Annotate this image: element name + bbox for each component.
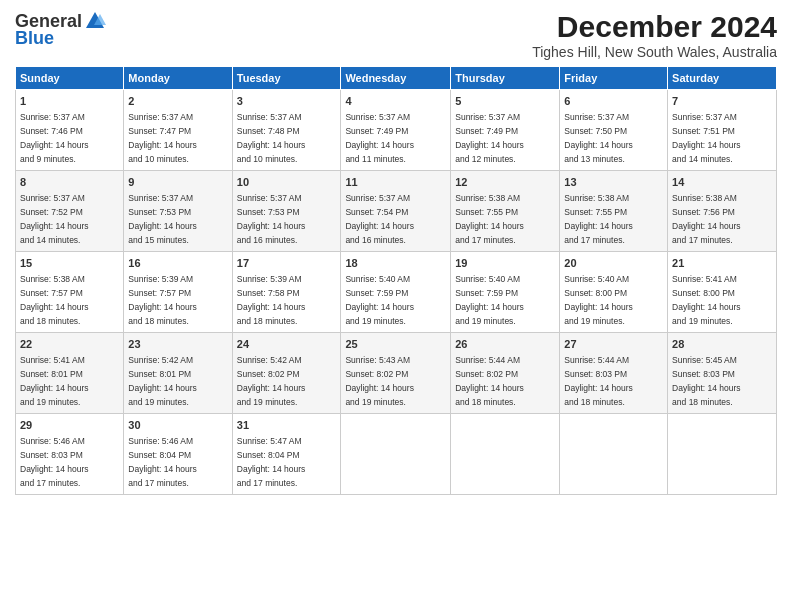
calendar-day-cell: 24Sunrise: 5:42 AMSunset: 8:02 PMDayligh… [232,332,341,413]
day-number: 9 [128,175,227,190]
calendar-day-header: Wednesday [341,67,451,90]
calendar-day-cell: 19Sunrise: 5:40 AMSunset: 7:59 PMDayligh… [451,251,560,332]
day-number: 12 [455,175,555,190]
calendar-day-header: Tuesday [232,67,341,90]
calendar-day-cell [560,413,668,494]
calendar-week-row: 29Sunrise: 5:46 AMSunset: 8:03 PMDayligh… [16,413,777,494]
calendar-day-cell: 23Sunrise: 5:42 AMSunset: 8:01 PMDayligh… [124,332,232,413]
main-title: December 2024 [532,10,777,44]
calendar-day-cell: 30Sunrise: 5:46 AMSunset: 8:04 PMDayligh… [124,413,232,494]
calendar-week-row: 1Sunrise: 5:37 AMSunset: 7:46 PMDaylight… [16,90,777,171]
day-number: 27 [564,337,663,352]
calendar-day-cell: 1Sunrise: 5:37 AMSunset: 7:46 PMDaylight… [16,90,124,171]
subtitle: Tighes Hill, New South Wales, Australia [532,44,777,60]
day-info: Sunrise: 5:37 AMSunset: 7:52 PMDaylight:… [20,193,89,245]
calendar-day-cell [668,413,777,494]
calendar-day-cell: 20Sunrise: 5:40 AMSunset: 8:00 PMDayligh… [560,251,668,332]
calendar-day-cell: 31Sunrise: 5:47 AMSunset: 8:04 PMDayligh… [232,413,341,494]
day-info: Sunrise: 5:41 AMSunset: 8:01 PMDaylight:… [20,355,89,407]
day-info: Sunrise: 5:40 AMSunset: 8:00 PMDaylight:… [564,274,633,326]
calendar-day-header: Friday [560,67,668,90]
calendar-day-cell: 11Sunrise: 5:37 AMSunset: 7:54 PMDayligh… [341,170,451,251]
day-info: Sunrise: 5:38 AMSunset: 7:55 PMDaylight:… [564,193,633,245]
calendar-day-cell [451,413,560,494]
calendar-day-cell: 7Sunrise: 5:37 AMSunset: 7:51 PMDaylight… [668,90,777,171]
day-number: 16 [128,256,227,271]
calendar-day-cell: 5Sunrise: 5:37 AMSunset: 7:49 PMDaylight… [451,90,560,171]
title-block: December 2024 Tighes Hill, New South Wal… [532,10,777,60]
day-info: Sunrise: 5:37 AMSunset: 7:50 PMDaylight:… [564,112,633,164]
day-number: 24 [237,337,337,352]
calendar-day-cell: 12Sunrise: 5:38 AMSunset: 7:55 PMDayligh… [451,170,560,251]
day-info: Sunrise: 5:37 AMSunset: 7:54 PMDaylight:… [345,193,414,245]
calendar-day-cell: 14Sunrise: 5:38 AMSunset: 7:56 PMDayligh… [668,170,777,251]
calendar-day-cell: 13Sunrise: 5:38 AMSunset: 7:55 PMDayligh… [560,170,668,251]
day-number: 15 [20,256,119,271]
calendar-day-cell: 17Sunrise: 5:39 AMSunset: 7:58 PMDayligh… [232,251,341,332]
day-info: Sunrise: 5:39 AMSunset: 7:57 PMDaylight:… [128,274,197,326]
day-number: 19 [455,256,555,271]
day-info: Sunrise: 5:39 AMSunset: 7:58 PMDaylight:… [237,274,306,326]
day-number: 4 [345,94,446,109]
day-number: 22 [20,337,119,352]
day-number: 17 [237,256,337,271]
day-info: Sunrise: 5:37 AMSunset: 7:49 PMDaylight:… [345,112,414,164]
day-number: 6 [564,94,663,109]
calendar-week-row: 8Sunrise: 5:37 AMSunset: 7:52 PMDaylight… [16,170,777,251]
day-info: Sunrise: 5:40 AMSunset: 7:59 PMDaylight:… [345,274,414,326]
day-number: 1 [20,94,119,109]
day-info: Sunrise: 5:45 AMSunset: 8:03 PMDaylight:… [672,355,741,407]
calendar-day-cell: 8Sunrise: 5:37 AMSunset: 7:52 PMDaylight… [16,170,124,251]
calendar-day-cell: 2Sunrise: 5:37 AMSunset: 7:47 PMDaylight… [124,90,232,171]
calendar-day-cell: 22Sunrise: 5:41 AMSunset: 8:01 PMDayligh… [16,332,124,413]
day-info: Sunrise: 5:47 AMSunset: 8:04 PMDaylight:… [237,436,306,488]
day-number: 2 [128,94,227,109]
day-number: 29 [20,418,119,433]
day-info: Sunrise: 5:37 AMSunset: 7:53 PMDaylight:… [128,193,197,245]
day-info: Sunrise: 5:40 AMSunset: 7:59 PMDaylight:… [455,274,524,326]
day-number: 10 [237,175,337,190]
day-number: 8 [20,175,119,190]
calendar-week-row: 15Sunrise: 5:38 AMSunset: 7:57 PMDayligh… [16,251,777,332]
calendar-day-cell: 16Sunrise: 5:39 AMSunset: 7:57 PMDayligh… [124,251,232,332]
day-info: Sunrise: 5:37 AMSunset: 7:47 PMDaylight:… [128,112,197,164]
day-info: Sunrise: 5:44 AMSunset: 8:03 PMDaylight:… [564,355,633,407]
day-info: Sunrise: 5:44 AMSunset: 8:02 PMDaylight:… [455,355,524,407]
day-number: 14 [672,175,772,190]
day-number: 5 [455,94,555,109]
calendar-day-cell: 28Sunrise: 5:45 AMSunset: 8:03 PMDayligh… [668,332,777,413]
day-number: 25 [345,337,446,352]
calendar-day-cell: 15Sunrise: 5:38 AMSunset: 7:57 PMDayligh… [16,251,124,332]
calendar-day-cell: 25Sunrise: 5:43 AMSunset: 8:02 PMDayligh… [341,332,451,413]
calendar-day-cell: 26Sunrise: 5:44 AMSunset: 8:02 PMDayligh… [451,332,560,413]
day-number: 18 [345,256,446,271]
page: General Blue December 2024 Tighes Hill, … [0,0,792,612]
day-info: Sunrise: 5:38 AMSunset: 7:57 PMDaylight:… [20,274,89,326]
calendar-day-cell: 6Sunrise: 5:37 AMSunset: 7:50 PMDaylight… [560,90,668,171]
logo-blue: Blue [15,28,54,49]
calendar-day-header: Sunday [16,67,124,90]
day-info: Sunrise: 5:37 AMSunset: 7:49 PMDaylight:… [455,112,524,164]
calendar-day-cell: 21Sunrise: 5:41 AMSunset: 8:00 PMDayligh… [668,251,777,332]
day-number: 28 [672,337,772,352]
day-info: Sunrise: 5:43 AMSunset: 8:02 PMDaylight:… [345,355,414,407]
day-info: Sunrise: 5:42 AMSunset: 8:01 PMDaylight:… [128,355,197,407]
day-info: Sunrise: 5:37 AMSunset: 7:48 PMDaylight:… [237,112,306,164]
calendar-day-header: Monday [124,67,232,90]
calendar-day-cell [341,413,451,494]
logo-icon [84,10,106,32]
calendar-day-cell: 3Sunrise: 5:37 AMSunset: 7:48 PMDaylight… [232,90,341,171]
day-number: 30 [128,418,227,433]
day-number: 26 [455,337,555,352]
calendar-day-cell: 10Sunrise: 5:37 AMSunset: 7:53 PMDayligh… [232,170,341,251]
day-info: Sunrise: 5:38 AMSunset: 7:56 PMDaylight:… [672,193,741,245]
day-info: Sunrise: 5:37 AMSunset: 7:51 PMDaylight:… [672,112,741,164]
day-number: 7 [672,94,772,109]
calendar-day-cell: 27Sunrise: 5:44 AMSunset: 8:03 PMDayligh… [560,332,668,413]
day-info: Sunrise: 5:46 AMSunset: 8:04 PMDaylight:… [128,436,197,488]
calendar: SundayMondayTuesdayWednesdayThursdayFrid… [15,66,777,495]
day-number: 11 [345,175,446,190]
calendar-day-header: Saturday [668,67,777,90]
calendar-header-row: SundayMondayTuesdayWednesdayThursdayFrid… [16,67,777,90]
day-number: 20 [564,256,663,271]
